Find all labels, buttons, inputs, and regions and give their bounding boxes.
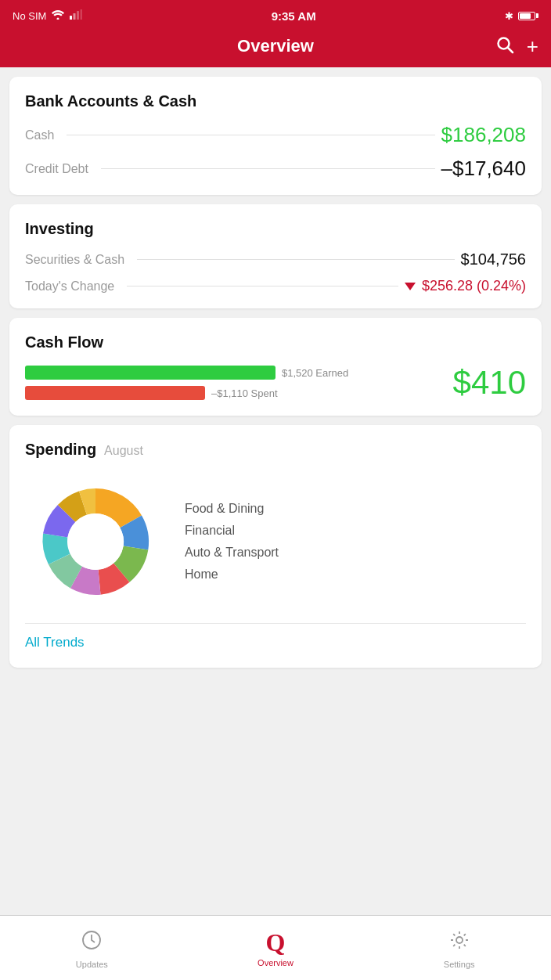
carrier-text: No SIM xyxy=(13,10,46,22)
battery-icon xyxy=(518,12,538,20)
credit-debt-value: –$17,640 xyxy=(441,157,526,181)
status-time: 9:35 AM xyxy=(272,9,316,23)
bank-accounts-card: Bank Accounts & Cash Cash $186,208 Credi… xyxy=(9,77,542,195)
overview-q-icon: Q xyxy=(266,930,286,955)
todays-change-value: $256.28 (0.24%) xyxy=(405,278,526,294)
svg-rect-2 xyxy=(74,13,76,20)
status-right: ✱ xyxy=(505,10,538,22)
securities-row: Securities & Cash $104,756 xyxy=(25,250,526,268)
svg-rect-4 xyxy=(81,9,83,20)
svg-rect-3 xyxy=(77,11,79,20)
cash-row: Cash $186,208 xyxy=(25,123,526,147)
tab-bar: Updates Q Overview Settings xyxy=(0,915,551,980)
spending-title: Spending xyxy=(25,441,96,459)
legend-item-2: Auto & Transport xyxy=(185,546,526,560)
header-actions: + xyxy=(495,34,538,59)
spending-divider xyxy=(25,623,526,624)
svg-line-6 xyxy=(508,48,513,52)
bank-accounts-title: Bank Accounts & Cash xyxy=(25,92,526,110)
main-content: Bank Accounts & Cash Cash $186,208 Credi… xyxy=(0,67,551,915)
investing-title: Investing xyxy=(25,220,526,238)
status-bar: No SIM 9:35 AM ✱ xyxy=(0,0,551,28)
tab-settings[interactable]: Settings xyxy=(367,929,551,969)
securities-value: $104,756 xyxy=(461,250,526,268)
svg-point-7 xyxy=(67,513,124,570)
spending-header: Spending August xyxy=(25,441,526,459)
add-icon[interactable]: + xyxy=(527,34,538,59)
securities-label: Securities & Cash xyxy=(25,253,461,267)
legend-item-3: Home xyxy=(185,567,526,582)
svg-point-9 xyxy=(456,937,463,943)
change-amount: $256.28 (0.24%) xyxy=(422,278,526,294)
bluetooth-icon: ✱ xyxy=(505,10,513,22)
credit-debt-label: Credit Debt xyxy=(25,162,441,176)
credit-debt-row: Credit Debt –$17,640 xyxy=(25,157,526,181)
app-header: Overview + xyxy=(0,28,551,67)
svg-rect-1 xyxy=(70,16,72,20)
spent-bar xyxy=(25,386,205,400)
search-icon[interactable] xyxy=(495,35,514,58)
spending-legend: Food & Dining Financial Auto & Transport… xyxy=(185,502,526,582)
cashflow-container: $1,520 Earned –$1,110 Spent $410 xyxy=(25,364,526,402)
tab-overview[interactable]: Q Overview xyxy=(184,930,368,967)
settings-icon xyxy=(448,929,470,957)
cash-value: $186,208 xyxy=(441,123,526,147)
todays-change-label: Today's Change xyxy=(25,279,405,294)
earned-bar xyxy=(25,366,276,380)
signal-icon xyxy=(70,9,82,22)
spending-month: August xyxy=(104,444,143,458)
spent-bar-row: –$1,110 Spent xyxy=(25,386,441,400)
spent-label: –$1,110 Spent xyxy=(211,387,278,399)
updates-icon xyxy=(81,929,103,957)
overview-label: Overview xyxy=(257,958,294,967)
cash-flow-title: Cash Flow xyxy=(25,333,526,351)
todays-change-row: Today's Change $256.28 (0.24%) xyxy=(25,278,526,294)
triangle-down-icon xyxy=(405,283,416,290)
wifi-icon xyxy=(51,9,65,22)
spending-body: Food & Dining Financial Auto & Transport… xyxy=(25,471,526,612)
all-trends-link[interactable]: All Trends xyxy=(25,632,526,654)
legend-item-1: Financial xyxy=(185,524,526,538)
spending-donut xyxy=(25,471,166,612)
cash-flow-card: Cash Flow $1,520 Earned –$1,110 Spent $4… xyxy=(9,318,542,416)
page-title: Overview xyxy=(237,36,314,56)
status-left: No SIM xyxy=(13,9,82,22)
settings-label: Settings xyxy=(444,960,475,969)
earned-label: $1,520 Earned xyxy=(282,367,348,379)
investing-card: Investing Securities & Cash $104,756 Tod… xyxy=(9,204,542,308)
updates-label: Updates xyxy=(76,960,108,969)
cash-label: Cash xyxy=(25,128,441,142)
spending-card: Spending August xyxy=(9,425,542,668)
legend-item-0: Food & Dining xyxy=(185,502,526,516)
cashflow-bars: $1,520 Earned –$1,110 Spent xyxy=(25,366,441,400)
svg-point-0 xyxy=(57,18,59,20)
cashflow-net: $410 xyxy=(453,364,526,402)
earned-bar-row: $1,520 Earned xyxy=(25,366,441,380)
tab-updates[interactable]: Updates xyxy=(0,929,184,969)
